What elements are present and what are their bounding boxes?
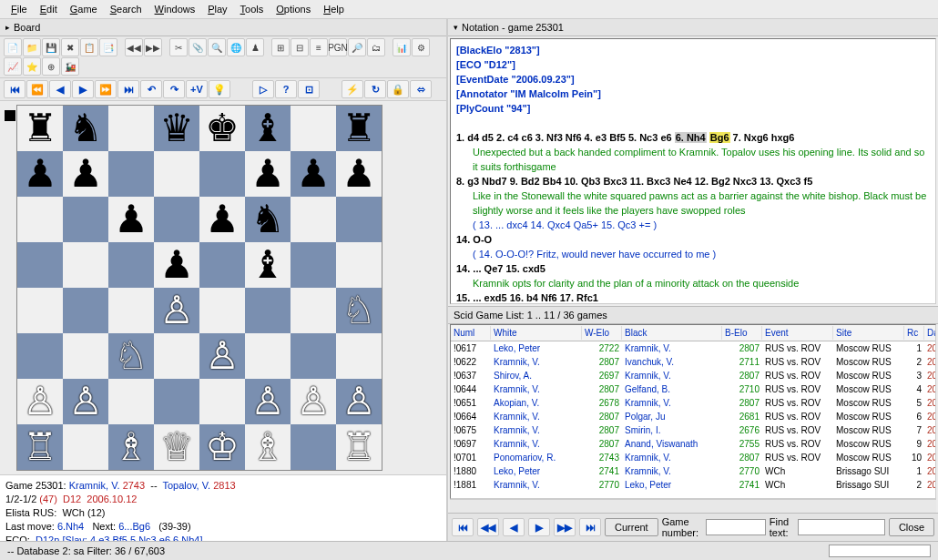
square-a6[interactable] <box>17 197 63 242</box>
gamelist-table[interactable]: NumlWhiteW-EloBlackB-EloEventSiteRcDate!… <box>450 324 936 499</box>
gamelist-row[interactable]: !0701Ponomariov, R.2743Kramnik, V.2807RU… <box>451 451 935 464</box>
square-f4[interactable] <box>245 288 291 333</box>
toolbar-button-18[interactable]: ≡ <box>310 38 328 56</box>
col-b-elo[interactable]: B-Elo <box>722 326 762 340</box>
nav-button-13[interactable]: ⊡ <box>298 80 320 98</box>
square-g7[interactable]: ♟ <box>291 151 336 197</box>
col-event[interactable]: Event <box>762 326 833 340</box>
nav-button-3[interactable]: ▶ <box>72 80 94 98</box>
square-b3[interactable] <box>63 333 108 379</box>
find-text-input[interactable] <box>798 519 885 535</box>
nav-button-9[interactable]: 💡 <box>209 80 230 98</box>
move-line[interactable]: 8. g3 Nbd7 9. Bd2 Bb4 10. Qb3 Bxc3 11. B… <box>456 174 930 188</box>
nav-button-2[interactable]: ◀ <box>49 80 71 98</box>
nav-button-12[interactable]: ? <box>275 80 297 98</box>
toolbar-button-19[interactable]: PGN <box>329 38 347 56</box>
square-a1[interactable]: ♖ <box>17 424 63 470</box>
gamelist-row[interactable]: !1881Kramnik, V.2770Leko, Peter2741WChBr… <box>451 478 935 492</box>
square-b6[interactable] <box>63 197 108 242</box>
square-b4[interactable] <box>63 288 108 333</box>
menu-play[interactable]: Play <box>202 2 232 16</box>
toolbar-button-21[interactable]: 🗂 <box>367 38 385 56</box>
square-c4[interactable] <box>108 288 154 333</box>
toolbar-button-1[interactable]: 📁 <box>23 38 41 56</box>
nav-button-8[interactable]: +V <box>186 80 208 98</box>
toolbar-button-12[interactable]: 🔍 <box>208 38 226 56</box>
collapse-icon[interactable]: ▾ <box>454 23 458 32</box>
nav-button-1[interactable]: ⏪ <box>26 80 48 98</box>
square-f6[interactable]: ♞ <box>245 197 291 242</box>
square-d5[interactable]: ♟ <box>154 242 199 288</box>
col-date[interactable]: Date <box>924 326 936 340</box>
toolbar-button-25[interactable]: 📈 <box>4 57 22 76</box>
square-h3[interactable] <box>336 333 382 379</box>
square-b1[interactable] <box>63 424 108 470</box>
square-g8[interactable] <box>291 106 336 151</box>
toolbar-button-2[interactable]: 💾 <box>42 38 60 56</box>
square-d4[interactable]: ♙ <box>154 288 199 333</box>
square-h2[interactable]: ♙ <box>336 379 382 424</box>
square-a5[interactable] <box>17 242 63 288</box>
square-h1[interactable]: ♖ <box>336 424 382 470</box>
col-site[interactable]: Site <box>833 326 904 340</box>
nav-button-6[interactable]: ↶ <box>140 80 162 98</box>
square-f3[interactable] <box>245 333 291 379</box>
toolbar-button-16[interactable]: ⊞ <box>271 38 290 56</box>
white-player[interactable]: Kramnik, V. <box>69 480 120 491</box>
first-game-button[interactable]: ⏮ <box>452 518 474 536</box>
square-a3[interactable] <box>17 333 63 379</box>
square-d7[interactable] <box>154 151 199 197</box>
toolbar-button-3[interactable]: ✖ <box>61 38 79 56</box>
black-player[interactable]: Topalov, V. <box>162 480 210 491</box>
square-e3[interactable]: ♙ <box>199 333 245 379</box>
square-c7[interactable] <box>108 151 154 197</box>
square-f1[interactable]: ♗ <box>245 424 291 470</box>
col-rc[interactable]: Rc <box>904 326 924 340</box>
square-b8[interactable]: ♞ <box>63 106 108 151</box>
nav-button-7[interactable]: ↷ <box>163 80 185 98</box>
toolbar-button-4[interactable]: 📋 <box>80 38 98 56</box>
square-h4[interactable]: ♘ <box>336 288 382 333</box>
square-e5[interactable] <box>199 242 245 288</box>
toolbar-button-20[interactable]: 🔎 <box>348 38 366 56</box>
move-line[interactable]: 15. ... exd5 16. b4 Nf6 17. Rfc1 <box>456 290 930 304</box>
menu-options[interactable]: Options <box>270 2 316 16</box>
square-a8[interactable]: ♜ <box>17 106 63 151</box>
toolbar-button-27[interactable]: ⊕ <box>42 57 60 76</box>
toolbar-button-14[interactable]: ♟ <box>246 38 264 56</box>
square-b5[interactable] <box>63 242 108 288</box>
gamelist-row[interactable]: !0675Kramnik, V.2807Smirin, I.2676RUS vs… <box>451 423 935 437</box>
square-b7[interactable]: ♟ <box>63 151 108 197</box>
chess-board[interactable]: ♜♞♛♚♝♜♟♟♟♟♟♟♟♞♟♝♙♘♘♙♙♙♙♙♙♖♗♕♔♗♖ <box>16 105 382 471</box>
square-c1[interactable]: ♗ <box>108 424 154 470</box>
toolbar-button-5[interactable]: 📑 <box>99 38 117 56</box>
square-d2[interactable] <box>154 379 199 424</box>
nav-button-18[interactable]: ⬄ <box>410 80 432 98</box>
square-h8[interactable]: ♜ <box>336 106 382 151</box>
nav-button-11[interactable]: ▷ <box>252 80 274 98</box>
move-line[interactable]: 14. O-O <box>456 232 930 247</box>
toolbar-button-28[interactable]: 🚂 <box>61 57 79 76</box>
move-line[interactable]: 14. ... Qe7 15. cxd5 <box>456 261 930 276</box>
nav-button-5[interactable]: ⏭ <box>117 80 139 98</box>
toolbar-button-26[interactable]: ⭐ <box>23 57 41 76</box>
toolbar-button-8[interactable]: ▶▶ <box>144 38 162 56</box>
square-e4[interactable] <box>199 288 245 333</box>
square-a2[interactable]: ♙ <box>17 379 63 424</box>
square-e7[interactable] <box>199 151 245 197</box>
last-game-button[interactable]: ⏭ <box>579 518 601 536</box>
toolbar-button-7[interactable]: ◀◀ <box>125 38 143 56</box>
gamelist-row[interactable]: !0651Akopian, V.2678Kramnik, V.2807RUS v… <box>451 396 935 410</box>
gamelist-row[interactable]: !0622Kramnik, V.2807Ivanchuk, V.2711RUS … <box>451 355 935 369</box>
square-c6[interactable]: ♟ <box>108 197 154 242</box>
menu-windows[interactable]: Windows <box>149 2 201 16</box>
square-d1[interactable]: ♕ <box>154 424 199 470</box>
nav-button-15[interactable]: ⚡ <box>342 80 363 98</box>
menu-file[interactable]: File <box>5 2 33 16</box>
collapse-icon[interactable]: ▸ <box>5 23 10 32</box>
square-c5[interactable] <box>108 242 154 288</box>
prev-game-button[interactable]: ◀ <box>503 518 525 536</box>
col-white[interactable]: White <box>491 326 582 340</box>
square-d6[interactable] <box>154 197 199 242</box>
menu-tools[interactable]: Tools <box>235 2 270 16</box>
